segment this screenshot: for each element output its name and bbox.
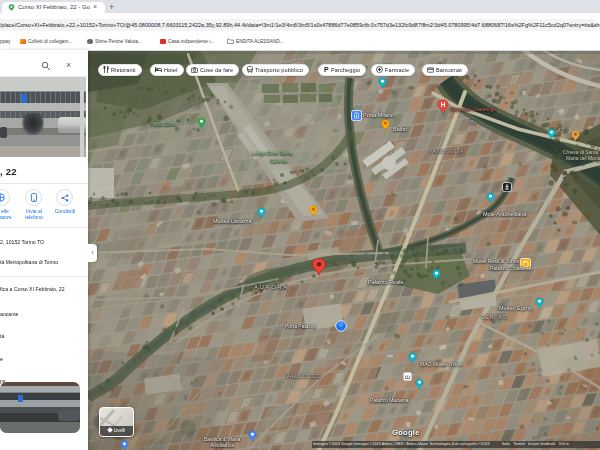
svg-text:P: P [324,66,329,73]
svg-text:H: H [441,101,446,108]
